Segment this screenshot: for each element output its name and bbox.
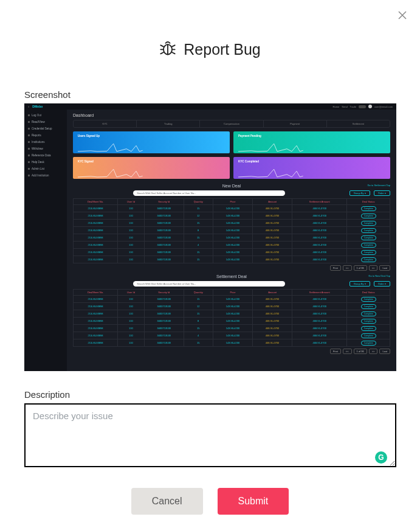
- table-cell: 213-93-93898: [74, 303, 118, 310]
- table-row: 213-93-93898110340071353315143.90-420046…: [74, 234, 390, 242]
- table-cell: 3400713533: [144, 256, 184, 263]
- table-cell: 468.91-0700: [253, 303, 292, 310]
- pager-first: First: [330, 265, 341, 271]
- screenshot-preview: ≡ DMobo Home Send Trade user@email.com L…: [24, 103, 396, 371]
- table-cell: 15: [184, 234, 213, 242]
- table-cell: 468.91-0700: [253, 256, 292, 263]
- grammarly-icon[interactable]: G: [375, 451, 387, 464]
- bullet-icon: [28, 134, 30, 136]
- stat-card: Users Signed Up: [73, 131, 230, 153]
- table-header: Price: [213, 199, 252, 205]
- table-header: User Id: [117, 199, 144, 205]
- sidebar-item: Withdraw: [28, 145, 63, 152]
- table-cell: 110: [117, 242, 144, 249]
- bullet-icon: [28, 114, 30, 116]
- table-cell: 4: [184, 242, 213, 249]
- pager-last: Last: [379, 349, 390, 354]
- sparkline-icon: [78, 142, 143, 152]
- pager-first: First: [330, 349, 341, 354]
- table-cell: 110: [117, 234, 144, 242]
- table-cell: 143.90-4200: [213, 234, 252, 242]
- status-badge: Complete: [361, 206, 376, 211]
- table-cell: 15: [184, 249, 213, 256]
- topbar-item: Home: [333, 105, 340, 108]
- hamburger-icon: ≡: [28, 105, 29, 108]
- table-row: 213-93-93898110340071353312143.90-420046…: [74, 212, 390, 220]
- table-cell: 3400713533: [144, 220, 184, 227]
- submit-button[interactable]: Submit: [218, 488, 289, 515]
- table-header: Deal Status: [347, 199, 390, 205]
- table-cell: 15: [184, 220, 213, 227]
- card-label: Users Signed Up: [78, 134, 100, 137]
- table-cell: 468.91-0700: [292, 318, 347, 325]
- table-row: 213-93-9389811034007135334143.90-4200468…: [74, 242, 390, 249]
- sidebar-item: Help Desk: [28, 159, 63, 165]
- sidebar-item-label: Reference Data: [32, 154, 51, 157]
- table-cell: 213-93-93898: [74, 249, 118, 256]
- pager: First<<1 of 36>>Last: [73, 265, 390, 271]
- avatar: [368, 105, 372, 108]
- table-cell: 468.91-0700: [292, 227, 347, 234]
- status-badge: Complete: [361, 243, 376, 248]
- section-heading: Settlement DealGo to New Deal Top: [73, 274, 390, 279]
- table-header: User Id: [117, 290, 144, 296]
- table-cell: 110: [117, 303, 144, 310]
- pager-prev: <<: [343, 349, 352, 354]
- table-cell: 468.91-0700: [292, 310, 347, 318]
- table-cell: 213-93-93898: [74, 296, 118, 303]
- table-cell: 110: [117, 318, 144, 325]
- table-cell: 468.91-0700: [292, 325, 347, 332]
- sidebar-item-label: Help Desk: [32, 161, 44, 164]
- card-label: KYC Completed: [238, 160, 259, 163]
- pager-last: Last: [379, 265, 390, 271]
- table-cell: 468.91-0700: [292, 234, 347, 242]
- table-header: Amount: [253, 199, 292, 205]
- table-cell: 468.91-0700: [292, 212, 347, 220]
- table-controls: Search With Deal Seller Account Number o…: [73, 190, 390, 196]
- table-cell: 143.90-4200: [213, 227, 252, 234]
- table-cell: 468.91-0700: [292, 296, 347, 303]
- pager-next: >>: [369, 265, 378, 271]
- table-cell: 110: [117, 249, 144, 256]
- group-by-button: Group By ▾: [349, 190, 370, 196]
- status-badge: Complete: [361, 333, 376, 338]
- status-badge: Complete: [361, 250, 376, 255]
- sidebar-item: Reports: [28, 132, 63, 139]
- data-table: DealSheet No.User IdSecurity IdQuantityP…: [73, 289, 390, 354]
- table-header: Amount: [253, 290, 292, 296]
- table-cell: 110: [117, 212, 144, 220]
- table-cell: 213-93-93898: [74, 339, 118, 347]
- description-input[interactable]: [24, 403, 396, 467]
- table-cell: 468.91-0700: [253, 325, 292, 332]
- sidebar-item-label: Credential Setup: [32, 127, 52, 130]
- section-top-link: Go to New Deal Top: [368, 274, 390, 277]
- table-row: 213-93-93898110340071353315143.90-420046…: [74, 296, 390, 303]
- table-cell: 468.91-0700: [253, 205, 292, 212]
- report-bug-dialog: Report Bug Screenshot ≡ DMobo Home Send …: [0, 0, 420, 525]
- bullet-icon: [28, 128, 30, 130]
- close-icon[interactable]: [398, 11, 407, 22]
- table-controls: Search With Deal Seller Account Number o…: [73, 281, 390, 287]
- table-cell: 468.91-0700: [253, 332, 292, 339]
- table-cell: 143.90-4200: [213, 242, 252, 249]
- section-top-link: Go to Settlement Top: [367, 184, 390, 187]
- stat-card: Payment Pending: [233, 131, 390, 153]
- bug-icon: [159, 40, 176, 59]
- table-cell: 468.91-0700: [292, 339, 347, 347]
- sidebar-item: Add Institution: [28, 172, 63, 179]
- topbar-item: Send: [342, 105, 347, 108]
- table-cell: 15: [184, 256, 213, 263]
- table-cell: 143.90-4200: [213, 220, 252, 227]
- stat-card: KYC Completed: [233, 157, 390, 179]
- bullet-icon: [28, 148, 30, 150]
- sidebar-item: Reference Data: [28, 152, 63, 159]
- cancel-button[interactable]: Cancel: [131, 488, 203, 515]
- status-badge: Complete: [361, 311, 376, 316]
- table-header: Quantity: [184, 199, 213, 205]
- sidebar-item: Admin List: [28, 165, 63, 172]
- table-cell: 15: [184, 310, 213, 318]
- pager-next: >>: [369, 349, 378, 354]
- table-cell: 143.90-4200: [213, 256, 252, 263]
- table-cell: 468.91-0700: [292, 220, 347, 227]
- pager: First<<1 of 36>>Last: [73, 349, 390, 354]
